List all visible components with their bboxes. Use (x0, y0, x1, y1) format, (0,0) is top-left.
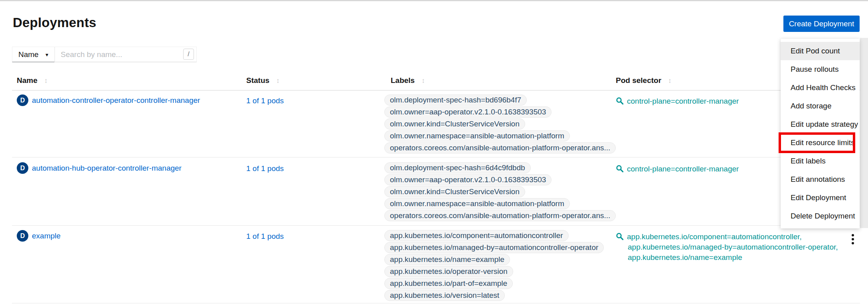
deployment-name-cell: D automation-controller-operator-control… (17, 94, 200, 106)
label-pill: operators.coreos.com/ansible-automation-… (384, 142, 616, 153)
pod-selector-text: app.kubernetes.io/managed-by=automationc… (628, 242, 838, 252)
scrollbar-strip (860, 38, 868, 228)
menu-item-edit-resource-limits[interactable]: Edit resource limits (781, 134, 860, 152)
sort-arrows-icon: ↕ (668, 77, 672, 85)
status-cell: 1 of 1 pods (246, 96, 284, 105)
table-row: D example 1 of 1 pods app.kubernetes.io/… (12, 230, 860, 303)
table-row: D automation-hub-operator-controller-man… (12, 162, 860, 224)
menu-item-edit-update-strategy[interactable]: Edit update strategy (781, 115, 860, 134)
menu-item-edit-annotations[interactable]: Edit annotations (781, 170, 860, 189)
sort-arrows-icon: ↕ (276, 77, 280, 85)
deployment-actions-menu: Edit Pod count Pause rollouts Add Health… (781, 39, 860, 228)
label-pill: olm.deployment-spec-hash=bd696b4f7 (384, 94, 527, 106)
menu-item-delete-deployment[interactable]: Delete Deployment (781, 207, 860, 225)
column-header-name[interactable]: Name↕ (17, 76, 47, 85)
pod-selector-text: app.kubernetes.io/component=automationco… (627, 232, 802, 242)
search-icon (616, 97, 624, 105)
create-deployment-button[interactable]: Create Deployment (783, 16, 860, 32)
table-row: D automation-controller-operator-control… (12, 94, 860, 157)
pod-selector-text: control-plane=controller-manager (627, 96, 739, 106)
deployment-name-link[interactable]: automation-hub-operator-controller-manag… (32, 164, 182, 173)
deployment-name-link[interactable]: automation-controller-operator-controlle… (32, 96, 200, 105)
labels-cell: olm.deployment-spec-hash=bd696b4f7 olm.o… (384, 94, 616, 154)
slash-shortcut-badge: / (183, 49, 194, 60)
deployment-resource-icon: D (17, 162, 28, 174)
label-pill: olm.owner=aap-operator.v2.1.0-0.16383935… (384, 106, 552, 118)
search-icon (616, 165, 624, 173)
labels-cell: olm.deployment-spec-hash=6d4c9fdbdb olm.… (384, 162, 616, 222)
kebab-icon[interactable] (847, 231, 859, 247)
column-header-pod-selector[interactable]: Pod selector↕ (616, 76, 672, 85)
pods-status-link[interactable]: 1 of 1 pods (246, 96, 284, 105)
filter-toolbar: Name ▾ / (12, 47, 197, 62)
status-cell: 1 of 1 pods (246, 164, 284, 173)
deployment-resource-icon: D (17, 230, 28, 242)
menu-item-add-storage[interactable]: Add storage (781, 97, 860, 115)
status-cell: 1 of 1 pods (246, 232, 284, 241)
pod-selector-link[interactable]: control-plane=controller-manager (616, 96, 739, 106)
label-pill: olm.deployment-spec-hash=6d4c9fdbdb (384, 162, 531, 173)
deployments-page: Deployments Create Deployment Name ▾ / N… (0, 0, 868, 305)
label-pill: app.kubernetes.io/component=automationco… (384, 230, 569, 241)
search-icon (616, 232, 624, 240)
pod-selector-link[interactable]: app.kubernetes.io/component=automationco… (616, 232, 838, 263)
labels-cell: app.kubernetes.io/component=automationco… (384, 230, 604, 302)
masthead-divider (0, 0, 868, 1)
deployment-name-cell: D automation-hub-operator-controller-man… (17, 162, 182, 174)
pod-selector-text: app.kubernetes.io/name=example (628, 252, 838, 263)
table-header-divider (12, 90, 860, 91)
sort-arrows-icon: ↕ (44, 77, 48, 85)
menu-item-edit-deployment[interactable]: Edit Deployment (781, 189, 860, 207)
filter-type-label: Name (18, 50, 39, 59)
deployment-resource-icon: D (17, 94, 28, 106)
sort-arrows-icon: ↕ (421, 77, 425, 85)
row-divider (12, 157, 860, 157)
search-input[interactable] (55, 47, 197, 62)
pod-selector-link[interactable]: control-plane=controller-manager (616, 164, 739, 174)
pods-status-link[interactable]: 1 of 1 pods (246, 164, 284, 173)
pods-status-link[interactable]: 1 of 1 pods (246, 232, 284, 240)
label-pill: olm.owner=aap-operator.v2.1.0-0.16383935… (384, 174, 552, 185)
label-pill: operators.coreos.com/ansible-automation-… (384, 210, 616, 221)
menu-item-edit-labels[interactable]: Edit labels (781, 152, 860, 170)
label-pill: app.kubernetes.io/managed-by=automationc… (384, 242, 604, 253)
filter-type-dropdown[interactable]: Name ▾ (12, 47, 55, 62)
table-header-row: Name↕ Status↕ Labels↕ Pod selector↕ (12, 76, 860, 87)
chevron-down-icon: ▾ (45, 51, 48, 58)
label-pill: app.kubernetes.io/part-of=example (384, 278, 513, 289)
pod-selector-text: control-plane=controller-manager (627, 164, 739, 174)
label-pill: olm.owner.namespace=ansible-automation-p… (384, 130, 570, 142)
deployment-name-cell: D example (17, 230, 61, 242)
menu-item-pause-rollouts[interactable]: Pause rollouts (781, 60, 860, 79)
search-field-wrap: / (55, 47, 197, 62)
label-pill: app.kubernetes.io/name=example (384, 254, 510, 265)
label-pill: olm.owner.namespace=ansible-automation-p… (384, 198, 570, 209)
label-pill: olm.owner.kind=ClusterServiceVersion (384, 186, 525, 197)
label-pill: app.kubernetes.io/operator-version (384, 266, 513, 277)
label-pill: app.kubernetes.io/version=latest (384, 290, 505, 301)
column-header-labels[interactable]: Labels↕ (391, 76, 425, 85)
column-header-status[interactable]: Status↕ (246, 76, 280, 85)
menu-item-add-health-checks[interactable]: Add Health Checks (781, 79, 860, 97)
page-title: Deployments (13, 15, 96, 30)
menu-item-edit-pod-count[interactable]: Edit Pod count (781, 42, 860, 60)
label-pill: olm.owner.kind=ClusterServiceVersion (384, 118, 525, 130)
deployment-name-link[interactable]: example (32, 232, 61, 240)
row-divider (12, 303, 860, 303)
row-divider (12, 225, 860, 226)
